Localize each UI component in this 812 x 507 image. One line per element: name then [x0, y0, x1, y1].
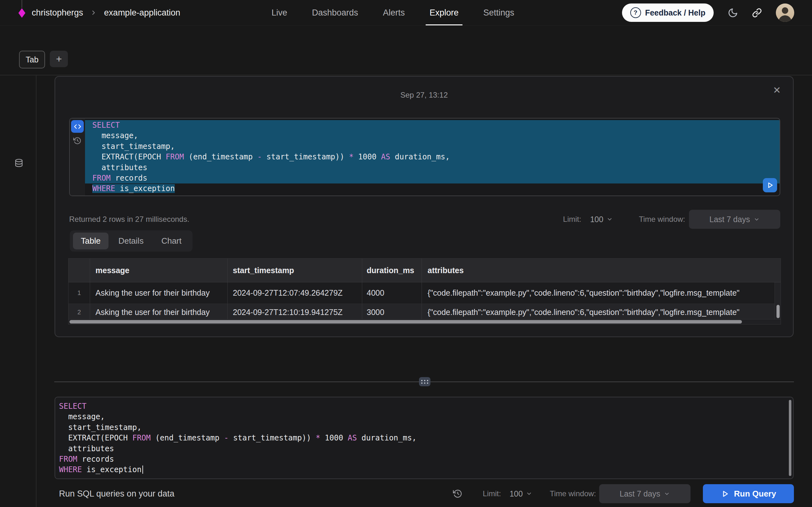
sql-token: is_exception	[82, 465, 142, 474]
result-summary: Returned 2 rows in 27 milliseconds.	[69, 215, 189, 224]
sql-token: WHERE	[92, 184, 115, 193]
vertical-scrollbar	[774, 282, 780, 320]
time-window-label: Time window:	[639, 215, 685, 224]
footer-bar: Run SQL queries on your data Limit: 100 …	[55, 484, 794, 504]
breadcrumb: christophergs example-application	[18, 0, 180, 25]
cell-start-timestamp: 2024-09-27T12:07:49.264279Z	[228, 282, 362, 303]
sql-line: FROM records	[85, 173, 780, 183]
sql-line: EXTRACT(EPOCH FROM (end_timestamp - star…	[59, 433, 786, 443]
sql-token: FROM	[59, 455, 78, 464]
sql-query-block[interactable]: SELECT message, start_timestamp, EXTRACT…	[69, 118, 780, 196]
navbar-actions: ? Feedback / Help	[622, 0, 794, 25]
cell-attributes: {"code.filepath":"example.py","code.line…	[422, 282, 780, 303]
tab-chart[interactable]: Chart	[154, 233, 190, 249]
resize-handle[interactable]	[419, 377, 430, 386]
row-index: 1	[68, 282, 90, 303]
query-timestamp: Sep 27, 13:12	[55, 91, 793, 100]
sql-token: FROM	[92, 174, 111, 182]
sql-token: *	[316, 434, 320, 442]
result-summary-row: Returned 2 rows in 27 milliseconds. Limi…	[69, 210, 780, 229]
tab-chip[interactable]: Tab	[19, 51, 45, 68]
code-icon[interactable]	[71, 120, 84, 133]
add-tab-button[interactable]: +	[50, 51, 68, 67]
sql-line: WHERE is_exception	[85, 183, 780, 194]
explore-page: christophergs example-application Live D…	[0, 0, 812, 507]
cell-message: Asking the user for their birthday	[90, 304, 228, 320]
link-icon[interactable]	[752, 8, 762, 18]
sql-token: start_timestamp))	[262, 153, 349, 161]
time-window-dropdown[interactable]: Last 7 days	[689, 210, 780, 229]
sql-token: SELECT	[92, 121, 120, 130]
close-icon[interactable]: ✕	[773, 86, 781, 95]
results-table-body: 1Asking the user for their birthday2024-…	[68, 282, 780, 321]
table-row[interactable]: 2Asking the user for their birthday2024-…	[68, 304, 780, 321]
tab-details[interactable]: Details	[110, 233, 151, 249]
sql-token: message,	[59, 412, 105, 421]
chevron-down-icon	[664, 491, 670, 497]
row-index: 2	[68, 304, 90, 320]
left-sidebar	[0, 75, 37, 507]
sql-token: is_exception	[115, 184, 175, 193]
sql-line: message,	[59, 412, 786, 422]
result-view-tabs: Table Details Chart	[70, 230, 193, 251]
sql-token: FROM	[165, 153, 184, 161]
database-icon[interactable]	[13, 157, 25, 169]
time-window-dropdown[interactable]: Last 7 days	[599, 484, 691, 503]
sql-token: start_timestamp,	[59, 423, 142, 432]
sql-token: 1000	[354, 153, 381, 161]
limit-value: 100	[590, 215, 603, 224]
moon-icon[interactable]	[728, 8, 738, 18]
cell-duration-ms: 4000	[362, 282, 422, 303]
run-query-icon-button[interactable]	[763, 178, 777, 192]
limit-dropdown[interactable]: 100	[509, 489, 532, 498]
sql-editor-input[interactable]: SELECT message, start_timestamp, EXTRACT…	[55, 397, 786, 478]
breadcrumb-org[interactable]: christophergs	[32, 8, 83, 18]
horizontal-scrollbar-thumb[interactable]	[69, 320, 742, 324]
index-column-header	[68, 259, 90, 282]
user-avatar[interactable]	[776, 3, 794, 22]
logfire-logo-icon[interactable]	[18, 0, 26, 25]
sql-line: attributes	[59, 444, 786, 454]
cell-attributes: {"code.filepath":"example.py","code.line…	[422, 304, 780, 320]
nav-item-explore[interactable]: Explore	[429, 0, 459, 25]
nav-item-dashboards[interactable]: Dashboards	[312, 0, 358, 25]
time-window-value: Last 7 days	[710, 215, 750, 224]
sql-token: -	[257, 153, 262, 161]
nav-item-alerts[interactable]: Alerts	[383, 0, 405, 25]
history-icon[interactable]	[73, 136, 82, 145]
grip-dots-icon	[421, 380, 428, 384]
column-header-duration-ms[interactable]: duration_ms	[362, 259, 422, 282]
run-query-label: Run Query	[734, 489, 776, 499]
feedback-help-button[interactable]: ? Feedback / Help	[622, 3, 714, 22]
column-header-attributes[interactable]: attributes	[422, 259, 780, 282]
tab-table[interactable]: Table	[73, 233, 108, 249]
sql-line: message,	[85, 130, 780, 141]
limit-dropdown[interactable]: 100	[590, 215, 613, 224]
sql-editor-selected[interactable]: SELECT message, start_timestamp, EXTRACT…	[85, 118, 780, 195]
history-icon[interactable]	[453, 489, 462, 498]
time-window-label: Time window:	[550, 489, 596, 498]
chevron-down-icon	[754, 216, 760, 222]
main-nav: Live Dashboards Alerts Explore Settings	[271, 0, 514, 25]
column-header-start-timestamp[interactable]: start_timestamp	[228, 259, 362, 282]
sql-token: -	[224, 434, 229, 442]
editor-scrollbar-thumb[interactable]	[789, 400, 792, 476]
table-row[interactable]: 1Asking the user for their birthday2024-…	[68, 282, 780, 304]
chevron-down-icon	[606, 216, 613, 222]
sql-token: AS	[381, 153, 390, 161]
nav-item-live[interactable]: Live	[271, 0, 287, 25]
run-query-button[interactable]: Run Query	[703, 484, 794, 503]
sql-editor-panel[interactable]: SELECT message, start_timestamp, EXTRACT…	[55, 397, 794, 479]
cell-duration-ms: 3000	[362, 304, 422, 320]
vertical-scrollbar-thumb[interactable]	[776, 305, 780, 318]
text-caret	[142, 465, 143, 474]
column-header-message[interactable]: message	[90, 259, 228, 282]
breadcrumb-project[interactable]: example-application	[104, 8, 180, 18]
sql-token: (end_timestamp	[184, 153, 257, 161]
footer-controls: Limit: 100 Time window: Last 7 days Run …	[453, 484, 794, 503]
sql-line: start_timestamp,	[85, 141, 780, 152]
chevron-right-icon	[90, 9, 97, 16]
sql-token: *	[349, 153, 353, 161]
sql-token: attributes	[92, 163, 147, 172]
nav-item-settings[interactable]: Settings	[484, 0, 514, 25]
